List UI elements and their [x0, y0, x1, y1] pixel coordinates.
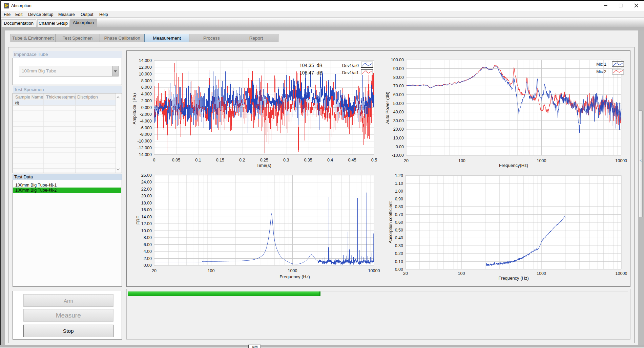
svg-text:26.00: 26.00 — [141, 173, 152, 178]
svg-text:Dev1/ai1: Dev1/ai1 — [342, 70, 359, 75]
svg-text:-6.000: -6.000 — [140, 126, 152, 130]
svg-text:70.00: 70.00 — [393, 84, 404, 88]
svg-text:1000: 1000 — [537, 158, 546, 163]
svg-text:0.40: 0.40 — [395, 236, 403, 240]
svg-text:0.15: 0.15 — [216, 158, 224, 162]
svg-text:0.45: 0.45 — [348, 158, 356, 162]
svg-text:-12.000: -12.000 — [138, 146, 152, 150]
svg-text:6.00: 6.00 — [144, 242, 152, 247]
svg-text:24.00: 24.00 — [141, 180, 152, 184]
svg-text:Amplitude（Pa）: Amplitude（Pa） — [132, 91, 137, 125]
svg-text:0: 0 — [153, 158, 155, 162]
svg-text:10000: 10000 — [616, 271, 627, 276]
svg-text:1.20: 1.20 — [395, 173, 403, 178]
svg-text:20.00: 20.00 — [141, 194, 152, 198]
svg-text:Frequency(Hz): Frequency(Hz) — [499, 163, 528, 168]
svg-text:0.35: 0.35 — [304, 158, 312, 162]
svg-text:-2.000: -2.000 — [140, 112, 152, 117]
svg-text:0.4: 0.4 — [327, 158, 333, 162]
svg-text:0.1: 0.1 — [195, 158, 201, 162]
svg-text:Frequency (Hz): Frequency (Hz) — [498, 276, 529, 281]
svg-text:104.35 dB: 104.35 dB — [299, 63, 323, 68]
svg-text:1000: 1000 — [537, 271, 546, 276]
svg-text:14.00: 14.00 — [141, 215, 152, 219]
svg-text:10.00: 10.00 — [393, 136, 404, 140]
svg-text:100: 100 — [458, 158, 465, 163]
svg-text:12.000: 12.000 — [139, 65, 152, 70]
svg-text:10.00: 10.00 — [141, 229, 152, 233]
svg-text:60.00: 60.00 — [393, 92, 404, 97]
svg-text:2.000: 2.000 — [141, 99, 152, 103]
svg-text:8.000: 8.000 — [141, 79, 152, 83]
svg-text:-10.000: -10.000 — [138, 139, 152, 144]
svg-text:100: 100 — [208, 268, 215, 273]
svg-text:20: 20 — [403, 271, 408, 276]
svg-text:40.00: 40.00 — [393, 110, 404, 114]
svg-text:0.90: 0.90 — [395, 197, 403, 201]
svg-text:12.00: 12.00 — [141, 221, 152, 226]
svg-text:16.00: 16.00 — [141, 208, 152, 212]
svg-text:18.00: 18.00 — [141, 201, 152, 205]
svg-text:-10.00: -10.00 — [392, 153, 404, 158]
svg-text:1.00: 1.00 — [395, 189, 403, 194]
svg-text:-8.000: -8.000 — [140, 132, 152, 137]
svg-text:Time(s): Time(s) — [256, 163, 271, 168]
svg-text:0.25: 0.25 — [260, 158, 268, 162]
svg-text:80.00: 80.00 — [393, 75, 404, 80]
svg-text:0.80: 0.80 — [395, 204, 403, 209]
svg-text:50.00: 50.00 — [393, 101, 404, 106]
svg-text:0.60: 0.60 — [395, 220, 403, 225]
svg-text:Auto Power (dB): Auto Power (dB) — [385, 91, 390, 124]
svg-text:0.000: 0.000 — [141, 105, 152, 110]
svg-text:1.10: 1.10 — [395, 181, 403, 186]
svg-text:FRF: FRF — [136, 216, 141, 224]
svg-text:0.70: 0.70 — [395, 212, 403, 217]
svg-text:1000: 1000 — [288, 268, 297, 273]
svg-text:0.30: 0.30 — [395, 243, 403, 248]
svg-text:Frequency (Hz): Frequency (Hz) — [279, 274, 310, 279]
svg-text:0.10: 0.10 — [395, 259, 403, 264]
svg-text:20.00: 20.00 — [393, 127, 404, 132]
svg-text:10.000: 10.000 — [139, 72, 152, 77]
svg-text:106.47 dB: 106.47 dB — [299, 70, 323, 75]
svg-text:14.000: 14.000 — [139, 58, 152, 63]
svg-text:100.00: 100.00 — [391, 58, 404, 62]
svg-text:0.05: 0.05 — [172, 158, 180, 162]
svg-text:6.000: 6.000 — [141, 85, 152, 90]
svg-text:20: 20 — [152, 268, 157, 273]
svg-text:90.00: 90.00 — [393, 66, 404, 71]
svg-text:0.50: 0.50 — [395, 228, 403, 233]
svg-text:Mic 1: Mic 1 — [596, 62, 606, 67]
svg-text:8.00: 8.00 — [144, 235, 152, 240]
svg-text:-4.000: -4.000 — [140, 119, 152, 124]
svg-text:10000: 10000 — [368, 268, 380, 273]
svg-text:Mic 2: Mic 2 — [596, 69, 606, 74]
svg-text:0.3: 0.3 — [283, 158, 289, 162]
svg-text:0.20: 0.20 — [395, 251, 403, 256]
svg-text:0.2: 0.2 — [239, 158, 245, 162]
svg-text:0.00: 0.00 — [144, 263, 152, 268]
svg-text:20: 20 — [404, 158, 409, 163]
svg-text:100: 100 — [458, 271, 465, 276]
svg-text:Dev1/ai0: Dev1/ai0 — [342, 63, 359, 68]
svg-text:Absorption coefficient: Absorption coefficient — [388, 201, 393, 243]
svg-text:22.00: 22.00 — [141, 187, 152, 192]
svg-text:0.00: 0.00 — [395, 267, 403, 272]
svg-text:0.00: 0.00 — [396, 145, 404, 149]
svg-text:0.5: 0.5 — [371, 158, 377, 162]
svg-text:30.00: 30.00 — [393, 118, 404, 123]
svg-text:10000: 10000 — [615, 158, 627, 163]
svg-text:4.000: 4.000 — [141, 92, 152, 96]
svg-text:4.00: 4.00 — [144, 249, 152, 254]
svg-text:-14.000: -14.000 — [138, 152, 152, 157]
svg-text:2.00: 2.00 — [144, 256, 152, 261]
